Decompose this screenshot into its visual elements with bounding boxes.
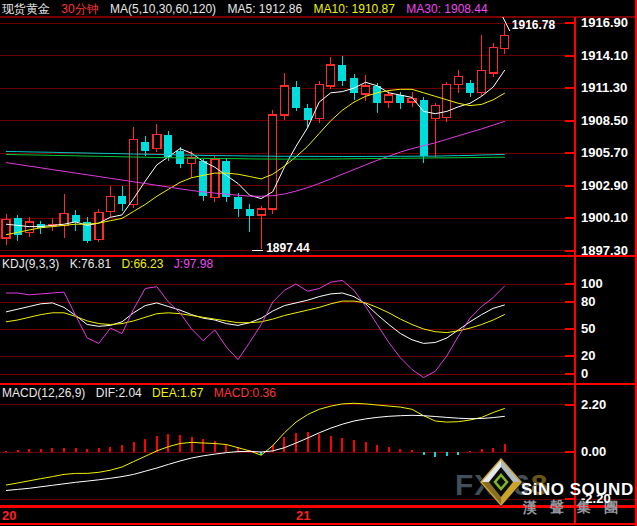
sino-sound-brand-text: SiNO SOUND [521,480,634,500]
macd-header: MACD(12,26,9) DIF:2.04 DEA:1.67 MACD:0.3… [2,386,283,400]
sino-sound-chinese-text: 漢聲集團 [523,499,631,517]
main-price-panel[interactable] [0,17,574,255]
panel-separator [0,383,637,385]
kdj-j-value: J:97.98 [174,257,213,271]
macd-title: MACD(12,26,9) [2,386,85,400]
price-axis-line [574,17,576,524]
ma30-value-label: MA30: 1908.44 [406,2,487,16]
symbol-name: 现货黄金 [2,2,50,16]
macd-dif-value: DIF:2.04 [96,386,142,400]
kdj-panel[interactable] [0,272,574,383]
sino-sound-watermark: FX168 SiNO SOUND 漢聲集團 [455,453,637,525]
kdj-header: KDJ(9,3,3) K:76.81 D:66.23 J:97.98 [2,257,220,271]
macd-dea-value: DEA:1.67 [152,386,203,400]
kdj-k-value: K:76.81 [70,257,111,271]
main-chart-header: 现货黄金 30分钟 MA(5,10,30,60,120) MA5: 1912.8… [2,1,496,18]
ma-settings-label: MA(5,10,30,60,120) [110,2,216,16]
macd-macd-value: MACD:0.36 [214,386,276,400]
kdj-d-value: D:66.23 [121,257,163,271]
period-label[interactable]: 30分钟 [61,2,98,16]
chart-application-window: 现货黄金 30分钟 MA(5,10,30,60,120) MA5: 1912.8… [0,0,637,526]
ma5-value-label: MA5: 1912.86 [227,2,302,16]
ma10-value-label: MA10: 1910.87 [314,2,395,16]
sino-diamond-logo-icon [479,457,523,507]
kdj-title: KDJ(9,3,3) [2,257,59,271]
